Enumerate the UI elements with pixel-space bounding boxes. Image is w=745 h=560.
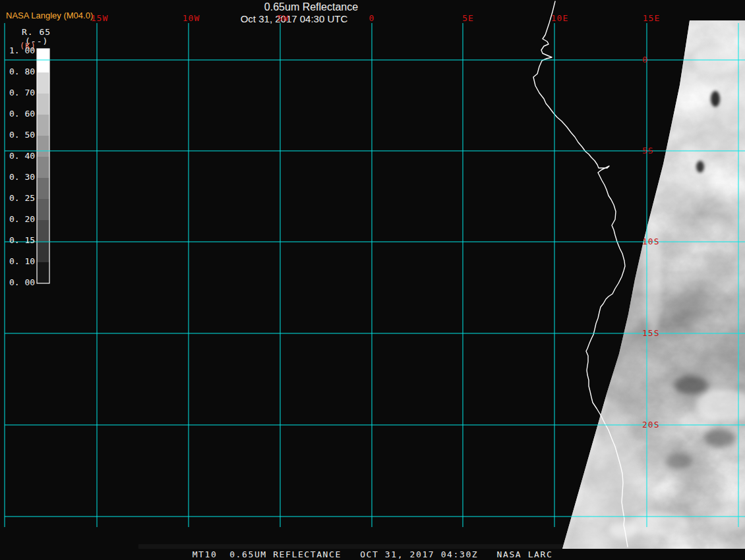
lon-label-10e: 10E (551, 14, 568, 22)
credit-text: NASA Langley (M04.0) (6, 11, 93, 20)
lat-label-15s: 15S (642, 329, 659, 337)
lat-label-5s: 5S (642, 146, 654, 155)
colorbar-tick: 0. 00 (9, 278, 36, 287)
page-subtitle: Oct 31, 2017 04:30 UTC (241, 14, 348, 24)
colorbar-segment (37, 220, 49, 241)
scan-edge-strip (138, 544, 567, 549)
colorbar-segment (37, 94, 49, 115)
footer-caption: MT10 0.65UM REFLECTANCE OCT 31, 2017 04:… (193, 550, 553, 559)
colorbar-segment (37, 136, 49, 157)
page-title: 0.65um Reflectance (264, 2, 358, 13)
colorbar-tick: 0. 20 (9, 215, 36, 223)
lon-label-0: 0 (369, 14, 375, 22)
colorbar-segment (37, 199, 49, 220)
satellite-reflectance-view: NASA Langley (M04.0) 0.65um Reflectance … (0, 0, 745, 560)
map-canvas (0, 0, 745, 560)
lat-label-20s: 20S (642, 420, 659, 429)
colorbar-tick: 0. 70 (9, 88, 36, 97)
lon-label-10w: 10W (183, 14, 200, 22)
lon-label-15e: 15E (643, 14, 660, 22)
colorbar-segment (37, 115, 49, 136)
colorbar-segment (37, 241, 49, 262)
colorbar-tick: 1. 00 (9, 46, 36, 55)
colorbar-tick: 0. 15 (9, 236, 36, 244)
colorbar (37, 49, 49, 283)
colorbar-tick: 0. 80 (9, 67, 36, 76)
lat-label-10s: 10S (642, 237, 659, 246)
lon-label-5w: 5W (277, 14, 289, 22)
colorbar-segment (37, 49, 49, 72)
colorbar-tick: 0. 10 (9, 257, 36, 266)
colorbar-tick: 0. 60 (9, 109, 36, 118)
colorbar-tick: 0. 50 (9, 130, 36, 139)
colorbar-segment (37, 262, 49, 283)
colorbar-segment (37, 157, 49, 178)
colorbar-name: R. 65 (22, 28, 51, 36)
colorbar-tick: 0. 30 (9, 173, 36, 181)
lat-label-0: 0 (642, 55, 648, 64)
colorbar-segment (37, 178, 49, 199)
colorbar-tick: 0. 25 (9, 194, 36, 202)
colorbar-segment (37, 72, 49, 94)
lon-label-5e: 5E (462, 14, 474, 22)
colorbar-tick: 0. 40 (9, 152, 36, 160)
lon-label-15w: 15W (91, 14, 108, 22)
